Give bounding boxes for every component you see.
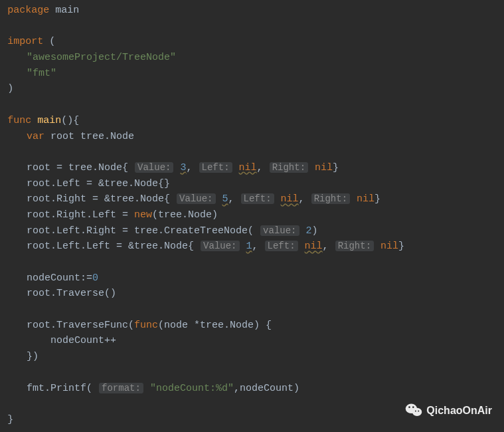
- keyword-import: import: [7, 36, 43, 47]
- svg-point-2: [409, 407, 411, 409]
- param-hint-value: value:: [260, 225, 299, 236]
- code-line-empty: [3, 19, 504, 35]
- number-literal: 5: [222, 193, 228, 205]
- string-literal: "nodeCount:%d": [150, 383, 234, 394]
- svg-point-1: [412, 408, 422, 416]
- brace-close: }: [7, 414, 13, 425]
- number-literal: 1: [246, 241, 252, 252]
- param-hint-right: Right:: [335, 241, 374, 251]
- code-line: fmt.Printf( format: "nodeCount:%d",nodeC…: [3, 381, 504, 397]
- nil-literal: nil: [305, 241, 323, 252]
- number-literal: 2: [306, 225, 312, 237]
- import-path: "fmt": [27, 68, 56, 79]
- nil-literal: nil: [281, 193, 299, 205]
- param-hint-value: Value:: [135, 162, 173, 173]
- watermark-text: QichaoOnAir: [426, 402, 492, 419]
- param-hint-value: Value:: [177, 193, 215, 204]
- number-literal: 3: [181, 162, 187, 173]
- code-line-empty: [3, 144, 504, 160]
- expr: nodeCount:=: [27, 272, 92, 284]
- keyword-func: func: [134, 320, 158, 331]
- svg-point-5: [418, 411, 420, 412]
- param-hint-right: Right:: [311, 193, 350, 204]
- keyword-new: new: [134, 209, 152, 221]
- code-line: import (: [3, 34, 504, 50]
- import-path: "awesomeProject/TreeNode": [27, 52, 176, 63]
- func-main: main: [37, 115, 61, 126]
- expr: root.Right = &tree.Node{: [27, 193, 170, 205]
- svg-point-3: [412, 407, 414, 409]
- type-tree-node: tree.Node: [80, 131, 134, 142]
- param-hint-format: format:: [99, 383, 143, 393]
- keyword-var: var: [27, 131, 44, 142]
- param-hint-right: Right:: [270, 162, 308, 173]
- code-line: nodeCount:=0: [3, 270, 504, 286]
- code-line: root.Left = &tree.Node{}: [3, 176, 504, 192]
- code-line-empty: [3, 302, 504, 318]
- expr: (node *tree.Node) {: [158, 320, 272, 331]
- expr: root.Right.Left =: [27, 209, 134, 221]
- var-root: root: [50, 131, 74, 142]
- code-line-empty: [3, 97, 504, 113]
- code-line: func main(){: [3, 113, 504, 129]
- code-line: root.Right.Left = new(tree.Node): [3, 207, 504, 223]
- expr: root.Left.Right = tree.CreateTreeNode(: [27, 225, 254, 237]
- func-sig: (){: [61, 115, 79, 126]
- code-line: root.Left.Left = &tree.Node{ Value: 1, L…: [3, 239, 504, 255]
- code-line: root = tree.Node{ Value: 3, Left: nil, R…: [3, 160, 504, 176]
- param-hint-left: Left:: [265, 241, 298, 251]
- code-line: ): [3, 81, 504, 97]
- code-line: }): [3, 349, 504, 365]
- nil-literal: nil: [239, 162, 257, 173]
- expr: ,nodeCount): [234, 383, 299, 394]
- code-line: root.Right = &tree.Node{ Value: 5, Left:…: [3, 191, 504, 207]
- watermark: QichaoOnAir: [405, 402, 492, 419]
- code-line: root.Traverse(): [3, 286, 504, 302]
- keyword-func: func: [7, 115, 31, 126]
- expr: nodeCount++: [50, 335, 116, 346]
- nil-literal: nil: [315, 162, 333, 173]
- pkg-name: main: [55, 5, 79, 16]
- expr: }): [27, 351, 39, 362]
- expr: root.TraverseFunc(: [27, 320, 134, 331]
- svg-point-4: [415, 411, 416, 412]
- code-line: package main: [3, 3, 504, 19]
- expr: fmt.Printf(: [27, 383, 92, 394]
- param-hint-left: Left:: [199, 162, 232, 173]
- nil-literal: nil: [357, 193, 375, 205]
- param-hint-value: Value:: [201, 241, 239, 251]
- paren-open: (: [49, 36, 55, 47]
- nil-literal: nil: [380, 241, 398, 252]
- expr: root.Left = &tree.Node{}: [27, 178, 170, 189]
- number-literal: 0: [92, 272, 98, 284]
- expr: (tree.Node): [152, 209, 218, 221]
- code-line: nodeCount++: [3, 333, 504, 349]
- keyword-package: package: [7, 5, 49, 16]
- expr: root = tree.Node{: [27, 162, 128, 173]
- expr: root.Left.Left = &tree.Node{: [27, 241, 194, 252]
- code-line-empty: [3, 255, 504, 270]
- code-line: var root tree.Node: [3, 129, 504, 145]
- param-hint-left: Left:: [241, 193, 274, 204]
- expr: root.Traverse(): [27, 288, 116, 299]
- code-line: "awesomeProject/TreeNode": [3, 50, 504, 66]
- code-line-empty: [3, 365, 504, 381]
- code-line: root.TraverseFunc(func(node *tree.Node) …: [3, 318, 504, 334]
- code-editor[interactable]: package main import ( "awesomeProject/Tr…: [3, 3, 504, 428]
- paren-close: ): [7, 83, 13, 94]
- code-line: root.Left.Right = tree.CreateTreeNode( v…: [3, 223, 504, 239]
- wechat-icon: [405, 403, 422, 417]
- code-line: "fmt": [3, 66, 504, 82]
